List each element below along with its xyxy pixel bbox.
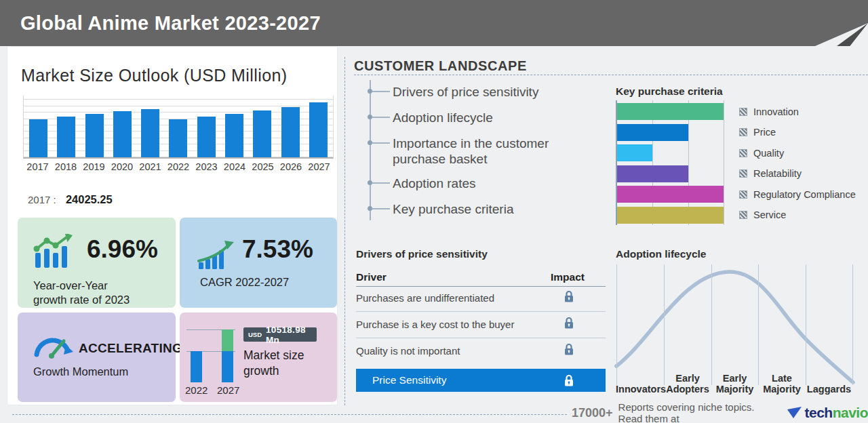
bullet-dot	[368, 89, 372, 94]
market-size-bar-2018	[57, 117, 75, 157]
kpc-legend-item: Regulatory Compliance	[739, 189, 856, 200]
cagr-value: 7.53%	[242, 235, 313, 264]
lifecycle-gridline	[616, 264, 617, 385]
momentum-label: Growth Momentum	[33, 365, 128, 378]
mini-bar-2027	[222, 351, 233, 382]
kpc-legend-label: Quality	[753, 148, 784, 159]
column-header-impact: Impact	[551, 271, 585, 283]
year-tick-label: 2018	[52, 161, 80, 172]
year-tick-label: 2027	[305, 161, 333, 172]
key-purchase-criteria-title: Key purchase criteria	[616, 85, 723, 98]
adoption-lifecycle-title: Adoption lifecycle	[616, 248, 707, 260]
hatched-swatch-icon	[739, 149, 747, 157]
landscape-dashed-divider	[354, 75, 868, 75]
kpc-legend-item: Service	[739, 209, 786, 220]
driver-cell: Quality is not important	[356, 345, 460, 357]
growth-amount-badge: USD 10518.98 Mn	[243, 327, 317, 342]
year-tick-label: 2021	[136, 161, 164, 172]
market-size-bar-2024	[225, 114, 243, 157]
price-sensitivity-highlight-row[interactable]: Price Sensitivity	[356, 369, 606, 392]
landscape-item-label: Adoption rates	[393, 176, 476, 190]
landscape-item-label: Key purchase criteria	[393, 202, 513, 216]
speedometer-icon	[33, 330, 73, 359]
year-tick-label: 2023	[193, 161, 220, 172]
hatched-swatch-icon	[739, 169, 747, 178]
landscape-item: Importance in the customer purchase bask…	[393, 136, 604, 167]
lock-icon	[564, 343, 574, 356]
yoy-growth-box: 6.96% Year-over-Year growth rate of 2023	[18, 218, 176, 308]
market-size-bar-2017	[29, 119, 47, 157]
technavio-arrow-icon	[787, 407, 802, 419]
brand-prefix: tech	[804, 405, 832, 421]
highlight-value: 24025.25	[66, 193, 113, 205]
bullet-connector	[372, 117, 390, 118]
footer: 17000+ Reports covering niche topics. Re…	[572, 403, 868, 422]
year-tick-label: 2019	[80, 161, 108, 172]
table-header-rule	[356, 286, 606, 287]
footer-dashed-divider	[12, 414, 567, 415]
market-size-bar-2027	[309, 102, 328, 157]
yoy-label: Year-over-Year growth rate of 2023	[33, 279, 130, 307]
market-size-title: Market Size Outlook (USD Million)	[21, 66, 287, 85]
bullet-dot	[368, 115, 372, 119]
footer-text: Reports covering niche topics. Read them…	[618, 401, 781, 423]
kpc-legend-item: Price	[739, 127, 776, 138]
lifecycle-stage-label: EarlyAdopters	[663, 373, 712, 395]
lock-icon	[564, 317, 574, 329]
bullet-dot	[368, 140, 372, 145]
year-tick-label: 2020	[108, 161, 136, 172]
table-row-separator	[356, 311, 606, 312]
landscape-item: Adoption lifecycle	[393, 110, 604, 125]
highlight-year-label: 2017 :	[28, 194, 56, 205]
page-title: Global Anime Market 2023-2027	[20, 0, 321, 46]
adoption-lifecycle-chart: InnovatorsEarlyAdoptersEarlyMajorityLate…	[614, 263, 863, 396]
driver-cell: Purchases are undifferentiated	[356, 292, 494, 304]
kpc-legend-label: Price	[753, 127, 776, 138]
cagr-label: CAGR 2022-2027	[200, 275, 289, 289]
mini-year-2022: 2022	[185, 384, 208, 396]
bell-curve	[614, 263, 863, 389]
year-tick-label: 2017	[24, 161, 52, 172]
highlight-row-label: Price Sensitivity	[372, 374, 446, 386]
bullet-dot	[368, 206, 372, 211]
growth-momentum-box: ACCELERATING Growth Momentum	[18, 313, 176, 402]
currency-label: USD	[248, 331, 262, 338]
lifecycle-stage-label: Innovators	[616, 384, 665, 395]
lifecycle-gridline	[852, 264, 853, 385]
kpc-bar-innovation	[617, 103, 724, 120]
market-size-bar-2023	[197, 117, 216, 157]
hatched-swatch-icon	[739, 128, 747, 136]
cagr-box: 7.53% CAGR 2022-2027	[180, 218, 337, 308]
technavio-logo[interactable]: tech navio	[787, 405, 868, 421]
lifecycle-gridline	[758, 264, 759, 385]
bullet-connector	[372, 208, 390, 209]
hatched-swatch-icon	[739, 211, 747, 219]
kpc-legend-label: Relatability	[753, 168, 802, 179]
kpc-legend-label: Regulatory Compliance	[753, 189, 856, 200]
rising-bars-arrow-icon	[197, 241, 237, 270]
kpc-gridline	[724, 100, 724, 225]
lifecycle-gridline	[806, 264, 806, 385]
market-size-bar-2020	[113, 111, 132, 157]
kpc-legend-item: Quality	[739, 148, 784, 159]
landscape-item-label: Importance in the customer purchase bask…	[393, 136, 549, 166]
market-size-bar-2021	[141, 109, 159, 157]
market-size-bar-2022	[169, 119, 187, 157]
market-size-growth-box: 2022 2027 USD 10518.98 Mn Market size gr…	[180, 313, 337, 402]
lifecycle-gridline	[664, 264, 665, 385]
lifecycle-gridline	[711, 264, 712, 385]
price-sensitivity-title: Drivers of price sensitivity	[356, 248, 488, 260]
lifecycle-stage-label: EarlyMajority	[711, 373, 760, 395]
bar-chart-with-trend-arrow-icon	[33, 234, 76, 269]
yoy-value: 6.96%	[87, 235, 158, 264]
market-size-card: Market Size Outlook (USD Million) 201720…	[7, 46, 338, 405]
bullet-dot	[368, 180, 372, 185]
landscape-item: Key purchase criteria	[393, 201, 604, 217]
market-size-highlight: 2017 : 24025.25	[28, 193, 113, 206]
mini-bar-2022	[191, 351, 202, 382]
mini-bar-2027-growth-segment	[222, 329, 233, 351]
year-tick-label: 2022	[165, 161, 193, 172]
lock-icon	[564, 290, 574, 303]
kpc-bar-regulatory-compliance	[617, 186, 724, 203]
landscape-item-label: Adoption lifecycle	[393, 110, 493, 125]
